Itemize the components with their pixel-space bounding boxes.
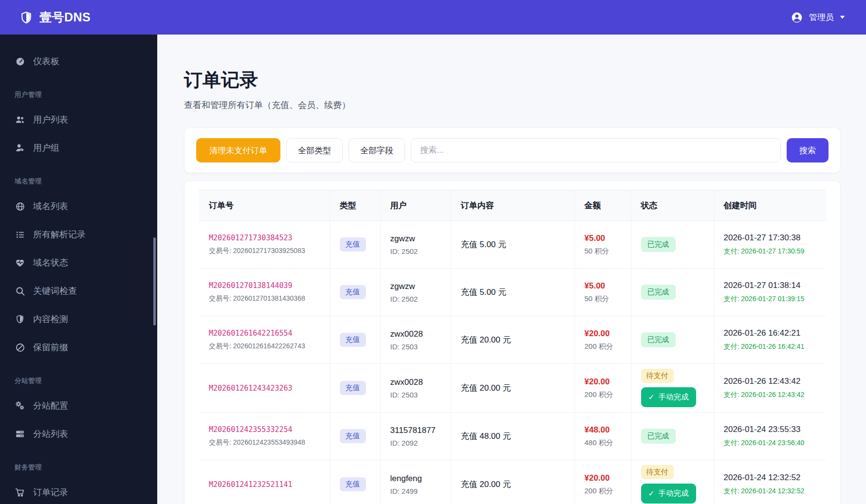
created-cell: 2026-01-27 01:38:14 支付: 2026-01-27 01:39… xyxy=(714,269,826,316)
brand: 壹号DNS xyxy=(19,9,91,25)
user-tag-icon xyxy=(15,143,25,153)
amount-value: ¥20.00 xyxy=(585,473,621,483)
sidebar-item-reserved-prefix[interactable]: 保留前缀 xyxy=(0,333,157,361)
order-number-link[interactable]: M202601271730384523 xyxy=(209,234,320,242)
main-content: 订单记录 查看和管理所有订单（充值、会员、续费） 清理未支付订单 全部类型 全部… xyxy=(157,35,866,504)
amount-cell: ¥20.00 200 积分 xyxy=(574,460,631,504)
chevron-down-icon xyxy=(840,16,845,19)
order-number-link[interactable]: M202601261642216554 xyxy=(209,329,320,338)
user-avatar-icon xyxy=(791,11,803,24)
transaction-number: 交易号: 2026012717303925083 xyxy=(209,247,320,255)
field-filter-select[interactable]: 全部字段 xyxy=(349,138,405,162)
status-badge: 待支付 xyxy=(641,369,674,383)
manual-complete-button[interactable]: ✓ 手动完成 xyxy=(641,387,696,407)
status-cell: 已完成 xyxy=(631,221,714,269)
points-value: 200 积分 xyxy=(585,342,621,351)
sidebar-section-subsite-mgmt: 分站管理 xyxy=(15,376,143,386)
order-cell: M202601270138144039 交易号: 202601270138143… xyxy=(199,269,330,316)
user-menu[interactable]: 管理员 xyxy=(791,11,845,24)
amount-cell: ¥20.00 200 积分 xyxy=(574,316,631,364)
sidebar-item-content-check[interactable]: 内容检测 xyxy=(0,305,157,333)
sidebar-item-label: 所有解析记录 xyxy=(33,229,86,240)
table-row: M202601242355332254 交易号: 202601242355349… xyxy=(199,413,826,460)
amount-value: ¥20.00 xyxy=(585,329,621,339)
sidebar-item-domain-list[interactable]: 域名列表 xyxy=(0,192,157,220)
user-name: zgwzw xyxy=(390,282,441,291)
created-cell: 2026-01-27 17:30:38 支付: 2026-01-27 17:30… xyxy=(714,221,826,269)
paid-time: 支付: 2026-01-27 01:39:15 xyxy=(724,295,817,304)
user-id: ID: 2503 xyxy=(390,342,441,351)
order-number-link[interactable]: M202601261243423263 xyxy=(209,384,320,393)
created-cell: 2026-01-24 23:55:33 支付: 2026-01-24 23:56… xyxy=(714,413,826,460)
type-badge: 充值 xyxy=(340,429,366,443)
sidebar-item-user-list[interactable]: 用户列表 xyxy=(0,106,157,134)
shield-logo-icon xyxy=(19,11,33,24)
cart-icon xyxy=(15,487,25,498)
sidebar-item-label: 用户组 xyxy=(33,142,59,154)
sidebar-item-user-group[interactable]: 用户组 xyxy=(0,134,157,162)
table-row: M202601261243423263 充值 zwx0028 ID: 2503 … xyxy=(199,364,826,413)
table-row: M202601271730384523 交易号: 202601271730392… xyxy=(199,221,826,269)
points-value: 480 积分 xyxy=(585,438,621,448)
sidebar-section-domain-mgmt: 域名管理 xyxy=(15,177,143,186)
sidebar-item-label: 关键词检查 xyxy=(33,285,77,297)
col-header-order-no: 订单号 xyxy=(199,190,330,221)
sidebar-item-keyword-check[interactable]: 关键词检查 xyxy=(0,277,157,305)
type-cell: 充值 xyxy=(330,316,380,364)
status-cell: 待支付 ✓ 手动完成 xyxy=(631,460,714,504)
col-header-user: 用户 xyxy=(380,190,451,221)
created-time: 2026-01-24 23:55:33 xyxy=(724,425,817,434)
points-value: 50 积分 xyxy=(585,294,621,304)
table-header-row: 订单号 类型 用户 订单内容 金额 状态 创建时间 xyxy=(199,190,826,221)
sidebar-section-user-mgmt: 用户管理 xyxy=(15,90,143,100)
col-header-created: 创建时间 xyxy=(714,190,826,221)
paid-time: 支付: 2026-01-24 12:32:52 xyxy=(724,487,817,496)
sidebar-item-dns-records[interactable]: 所有解析记录 xyxy=(0,220,157,249)
sidebar-item-domain-status[interactable]: 域名状态 xyxy=(0,249,157,277)
search-button[interactable]: 搜索 xyxy=(787,138,829,162)
user-name: zwx0028 xyxy=(390,378,441,387)
page-subtitle: 查看和管理所有订单（充值、会员、续费） xyxy=(184,99,841,111)
search-input[interactable] xyxy=(411,138,781,162)
dashboard-icon xyxy=(15,56,25,67)
clean-unpaid-orders-button[interactable]: 清理未支付订单 xyxy=(196,138,280,162)
user-id: ID: 2503 xyxy=(390,391,441,399)
col-header-content: 订单内容 xyxy=(451,190,574,221)
sidebar-item-label: 保留前缀 xyxy=(33,342,68,353)
sidebar-item-subsite-list[interactable]: 分站列表 xyxy=(0,420,157,448)
order-number-link[interactable]: M202601241232521141 xyxy=(209,480,320,489)
sidebar-scrollbar[interactable] xyxy=(153,237,156,325)
sidebar-item-label: 订单记录 xyxy=(33,486,68,498)
user-cell: lengfeng ID: 2499 xyxy=(380,460,451,504)
order-number-link[interactable]: M202601270138144039 xyxy=(209,281,320,290)
created-cell: 2026-01-26 12:43:42 支付: 2026-01-26 12:43… xyxy=(714,364,826,413)
sidebar-item-label: 分站配置 xyxy=(33,400,68,412)
content-cell: 充值 20.00 元 xyxy=(451,364,574,413)
order-number-link[interactable]: M202601242355332254 xyxy=(209,425,320,434)
ban-icon xyxy=(15,342,25,353)
amount-cell: ¥5.00 50 积分 xyxy=(574,221,631,269)
manual-complete-button[interactable]: ✓ 手动完成 xyxy=(641,484,696,504)
user-name: 3115781877 xyxy=(390,426,441,435)
type-badge: 充值 xyxy=(340,477,366,491)
gears-icon xyxy=(15,400,25,411)
sidebar-item-label: 域名状态 xyxy=(33,257,68,269)
page-title: 订单记录 xyxy=(184,68,841,92)
users-icon xyxy=(15,114,25,125)
amount-value: ¥5.00 xyxy=(585,281,621,291)
status-cell: 已完成 xyxy=(631,269,714,316)
sidebar-item-subsite-config[interactable]: 分站配置 xyxy=(0,392,157,420)
sidebar-item-dashboard[interactable]: 仪表板 xyxy=(0,47,157,75)
type-cell: 充值 xyxy=(330,221,380,269)
content-cell: 充值 20.00 元 xyxy=(451,460,574,504)
sidebar-item-label: 分站列表 xyxy=(33,428,68,440)
sidebar-item-order-records[interactable]: 订单记录 xyxy=(0,478,157,504)
status-badge: 已完成 xyxy=(641,285,676,300)
server-icon xyxy=(15,429,25,439)
amount-cell: ¥48.00 480 积分 xyxy=(574,413,631,460)
status-cell: 待支付 ✓ 手动完成 xyxy=(631,364,714,413)
paid-time: 支付: 2026-01-26 12:43:42 xyxy=(724,391,817,399)
user-id: ID: 2502 xyxy=(390,295,441,303)
type-filter-select[interactable]: 全部类型 xyxy=(286,138,343,162)
type-badge: 充值 xyxy=(340,237,366,252)
